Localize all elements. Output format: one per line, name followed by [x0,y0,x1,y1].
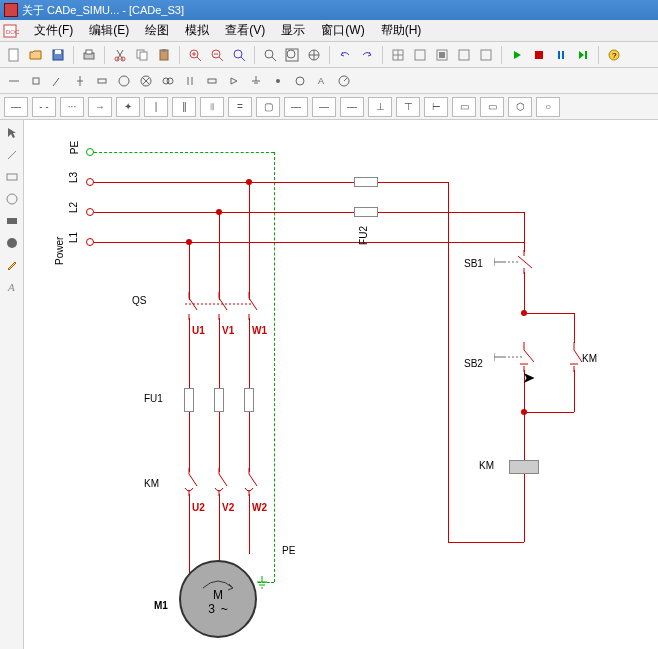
transformer-icon[interactable] [158,71,178,91]
zoom-all-icon[interactable] [282,45,302,65]
line-tool-icon[interactable] [3,146,21,164]
svg-point-8 [121,57,125,61]
sym-arrow[interactable]: → [88,97,112,117]
sym-t3[interactable]: ⊢ [424,97,448,117]
zoom-window-icon[interactable] [260,45,280,65]
svg-point-22 [265,50,273,58]
sym-h3[interactable]: — [340,97,364,117]
drop-v [219,212,220,300]
sym-bar1[interactable]: | [144,97,168,117]
fu2-bot [354,207,378,217]
capacitor-icon[interactable] [180,71,200,91]
km-aux-contact [564,342,584,372]
sym-bar2[interactable]: ‖ [172,97,196,117]
snap-icon[interactable] [410,45,430,65]
props-icon[interactable] [476,45,496,65]
grid-icon[interactable] [388,45,408,65]
sb2-switch [494,342,534,372]
node-l2 [216,209,222,215]
pencil-tool-icon[interactable] [3,256,21,274]
menu-simulate[interactable]: 模拟 [177,20,217,41]
color-icon[interactable] [454,45,474,65]
menu-file[interactable]: 文件(F) [26,20,81,41]
circuit-canvas[interactable]: PE L3 L2 L1 Power QS U1 V1 [24,120,658,649]
zoom-in-icon[interactable] [185,45,205,65]
motor-icon[interactable] [114,71,134,91]
zoom-fit-icon[interactable] [229,45,249,65]
zoom-out-icon[interactable] [207,45,227,65]
svg-line-100 [524,350,534,362]
undo-icon[interactable] [335,45,355,65]
wire-icon[interactable] [4,71,24,91]
sym-h1[interactable]: — [284,97,308,117]
sym-rect2[interactable]: ▭ [480,97,504,117]
circle-tool-icon[interactable] [3,190,21,208]
new-icon[interactable] [4,45,24,65]
sym-dash[interactable]: - - [32,97,56,117]
fu1-u [184,388,194,412]
help-icon[interactable]: ? [604,45,624,65]
qs-switch [179,292,259,320]
step-icon[interactable] [573,45,593,65]
sym-circ[interactable]: ○ [536,97,560,117]
menu-edit[interactable]: 编辑(E) [81,20,137,41]
diode-icon[interactable] [224,71,244,91]
save-icon[interactable] [48,45,68,65]
arrow-tool-icon[interactable] [3,124,21,142]
wire-mid-v [219,412,220,472]
layer-icon[interactable] [432,45,452,65]
svg-line-107 [574,350,582,362]
ground-icon[interactable] [246,71,266,91]
print-icon[interactable] [79,45,99,65]
copy-icon[interactable] [132,45,152,65]
junction-icon[interactable] [268,71,288,91]
menu-view[interactable]: 查看(V) [217,20,273,41]
text-tool-icon[interactable]: A [3,278,21,296]
contactor-icon[interactable] [70,71,90,91]
pause-icon[interactable] [551,45,571,65]
pan-icon[interactable] [304,45,324,65]
menu-display[interactable]: 显示 [273,20,313,41]
fillcircle-tool-icon[interactable] [3,234,21,252]
separator [104,46,105,64]
rect-tool-icon[interactable] [3,168,21,186]
stop-icon[interactable] [529,45,549,65]
sym-t2[interactable]: ⊤ [396,97,420,117]
open-icon[interactable] [26,45,46,65]
sym-dot[interactable]: ··· [60,97,84,117]
sym-eq[interactable]: = [228,97,252,117]
svg-point-47 [119,76,129,86]
label-icon[interactable]: A [312,71,332,91]
sym-star[interactable]: ✦ [116,97,140,117]
sym-t1[interactable]: ⊥ [368,97,392,117]
cut-icon[interactable] [110,45,130,65]
svg-rect-65 [7,174,17,180]
sym-line[interactable]: — [4,97,28,117]
menu-draw[interactable]: 绘图 [137,20,177,41]
svg-point-66 [7,194,17,204]
fillrect-tool-icon[interactable] [3,212,21,230]
paste-icon[interactable] [154,45,174,65]
sym-sq[interactable]: ▢ [256,97,280,117]
sym-rect[interactable]: ▭ [452,97,476,117]
menu-window[interactable]: 窗口(W) [313,20,372,41]
svg-line-21 [241,57,245,61]
svg-line-84 [219,474,227,486]
sym-h2[interactable]: — [312,97,336,117]
sym-hex[interactable]: ⬡ [508,97,532,117]
fuse-icon[interactable] [26,71,46,91]
app-icon [4,3,18,17]
relay-icon[interactable] [92,71,112,91]
resistor-icon[interactable] [202,71,222,91]
measure-icon[interactable] [334,71,354,91]
l2-terminal [86,208,94,216]
terminal-icon[interactable] [290,71,310,91]
sym-bar3[interactable]: ⦀ [200,97,224,117]
menu-help[interactable]: 帮助(H) [373,20,430,41]
redo-icon[interactable] [357,45,377,65]
lamp-icon[interactable] [136,71,156,91]
switch-icon[interactable] [48,71,68,91]
power-label: Power [54,237,65,265]
play-icon[interactable] [507,45,527,65]
sb2-label: SB2 [464,358,483,369]
